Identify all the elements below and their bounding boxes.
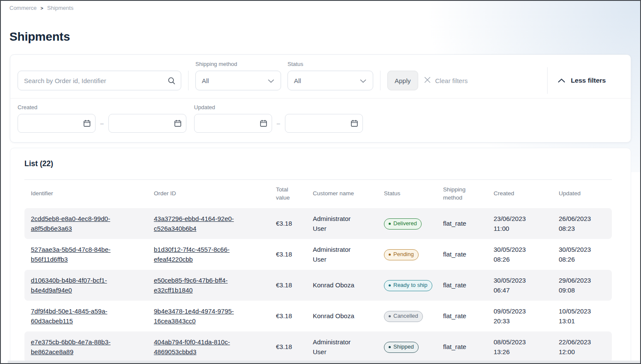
- customer-name-cell: Administrator User: [313, 337, 365, 357]
- chevron-up-icon: [558, 77, 565, 84]
- date-range-separator: –: [277, 120, 280, 127]
- table-row: 2cdd5eb8-e8a0-4ec8-99d0-a8f5db6e3a63 43a…: [24, 208, 612, 239]
- page-title: Shipments: [9, 30, 640, 44]
- created-date-group: Created –: [18, 104, 186, 133]
- updated-cell: 10/05/2023 13:01: [559, 306, 603, 326]
- divider: [547, 67, 548, 94]
- created-from-field: [18, 114, 96, 133]
- order-id-link[interactable]: 404ab794-f0f0-41da-810c-4869053cbbd3: [154, 337, 243, 357]
- calendar-icon[interactable]: [260, 119, 267, 129]
- order-id-link[interactable]: e50ceb85-f9c6-47b6-bff4-e32cff1b1840: [154, 275, 243, 295]
- column-header-order-id: Order ID: [154, 190, 276, 198]
- column-header-shipping-method: Shipping method: [443, 186, 471, 202]
- column-header-updated: Updated: [559, 190, 613, 198]
- updated-cell: 26/06/2023 08:23: [559, 214, 603, 234]
- shipping-method-field: Shipping method All: [195, 61, 281, 90]
- shipments-table: Identifier Order ID Total value Customer…: [24, 179, 612, 362]
- created-cell: 08/05/2023 13:26: [494, 337, 538, 357]
- updated-cell: 22/06/2023 12:00: [559, 337, 603, 357]
- apply-button[interactable]: Apply: [387, 71, 418, 90]
- status-label: Pending: [393, 251, 414, 257]
- breadcrumb: Commerce > Shipments: [1, 1, 640, 11]
- status-badge: Pending: [384, 249, 419, 260]
- column-header-customer-name: Customer name: [313, 190, 384, 198]
- column-header-status: Status: [384, 190, 443, 198]
- shipping-method-value: All: [202, 77, 209, 84]
- shipping-method-cell: flat_rate: [443, 312, 466, 319]
- divider: [188, 71, 189, 90]
- order-id-link[interactable]: b1d30f12-7f4c-4557-8c66-efeaf4220cbb: [154, 245, 243, 265]
- table-header: Identifier Order ID Total value Customer…: [24, 179, 612, 208]
- created-cell: 09/05/2023 20:33: [494, 306, 538, 326]
- shipping-method-cell: flat_rate: [443, 220, 466, 227]
- status-badge: Cancelled: [384, 311, 423, 322]
- shipments-page: Commerce > Shipments Shipments Shipping …: [0, 0, 641, 364]
- status-value: All: [294, 77, 301, 84]
- chevron-down-icon: [360, 77, 366, 84]
- updated-label: Updated: [194, 104, 363, 110]
- calendar-icon[interactable]: [83, 119, 91, 129]
- calendar-icon[interactable]: [174, 119, 182, 129]
- status-label: Status: [288, 61, 373, 67]
- identifier-link[interactable]: e7e375cb-6b0b-4e7a-88b3-be862ace8a89: [31, 337, 120, 357]
- created-label: Created: [18, 104, 186, 110]
- table-row: d106340b-b4b8-4f07-bcf1-b4e4d9af94e0 e50…: [24, 270, 612, 301]
- search-input[interactable]: [18, 71, 181, 90]
- total-value-cell: €3.18: [276, 312, 292, 319]
- table-body: 2cdd5eb8-e8a0-4ec8-99d0-a8f5db6e3a63 43a…: [24, 208, 612, 362]
- updated-date-group: Updated –: [194, 104, 363, 133]
- status-dot-icon: [389, 284, 391, 286]
- status-badge: Delivered: [384, 218, 422, 229]
- clear-filters-label: Clear filters: [435, 77, 468, 84]
- status-field: Status All: [288, 61, 373, 90]
- created-cell: 30/05/2023 06:47: [494, 275, 538, 295]
- total-value-cell: €3.18: [276, 220, 292, 227]
- column-header-created: Created: [494, 190, 559, 198]
- shipping-method-cell: flat_rate: [443, 281, 466, 289]
- identifier-link[interactable]: 7df9f4bd-50e1-4845-a59a-60d3acbeb115: [31, 306, 120, 326]
- less-filters-toggle[interactable]: Less filters: [558, 71, 606, 90]
- identifier-link[interactable]: 2cdd5eb8-e8a0-4ec8-99d0-a8f5db6e3a63: [31, 214, 120, 234]
- filters-row-main: Shipping method All Status All: [10, 55, 631, 98]
- status-dot-icon: [389, 315, 391, 317]
- chevron-down-icon: [268, 77, 274, 84]
- status-dot-icon: [389, 346, 391, 348]
- created-to-field: [108, 114, 186, 133]
- updated-cell: 30/05/2023 08:26: [559, 245, 603, 265]
- status-dot-icon: [389, 223, 391, 225]
- shipping-method-cell: flat_rate: [443, 251, 466, 258]
- list-title: List (22): [24, 159, 612, 168]
- status-badge: Shipped: [384, 342, 419, 352]
- updated-cell: 29/06/2023 09:08: [559, 275, 603, 295]
- status-label: Shipped: [393, 344, 414, 350]
- clear-filters-button[interactable]: Clear filters: [424, 71, 468, 90]
- total-value-cell: €3.18: [276, 343, 292, 350]
- identifier-link[interactable]: 527aae3a-5b5d-47c8-84be-b56f11d6ffb3: [31, 245, 120, 265]
- breadcrumb-shipments[interactable]: Shipments: [47, 5, 73, 11]
- column-header-total-value: Total value: [276, 186, 297, 202]
- status-select[interactable]: All: [288, 71, 373, 90]
- filters-row-dates: Created –: [10, 98, 631, 142]
- order-id-link[interactable]: 9b4e3478-1e4d-4974-9795-16cea3843cc0: [154, 306, 243, 326]
- created-cell: 23/06/2023 11:00: [494, 214, 538, 234]
- created-cell: 30/05/2023 08:26: [494, 245, 538, 265]
- customer-name-cell: Konrad Oboza: [313, 311, 354, 321]
- customer-name-cell: Administrator User: [313, 245, 365, 265]
- date-range-separator: –: [100, 120, 104, 127]
- shipping-method-select[interactable]: All: [195, 71, 281, 90]
- customer-name-cell: Konrad Oboza: [313, 280, 354, 290]
- column-header-identifier: Identifier: [31, 190, 154, 198]
- identifier-link[interactable]: d106340b-b4b8-4f07-bcf1-b4e4d9af94e0: [31, 275, 120, 295]
- table-row: 7df9f4bd-50e1-4845-a59a-60d3acbeb115 9b4…: [24, 301, 612, 331]
- order-id-link[interactable]: 43a37296-ebbd-4164-92e0-c526a340b6b4: [154, 214, 243, 234]
- status-label: Delivered: [393, 221, 417, 227]
- shipping-method-cell: flat_rate: [443, 343, 466, 350]
- search-box: [18, 71, 181, 90]
- table-row: 527aae3a-5b5d-47c8-84be-b56f11d6ffb3 b1d…: [24, 239, 612, 270]
- breadcrumb-commerce[interactable]: Commerce: [9, 5, 37, 11]
- status-label: Cancelled: [393, 313, 418, 319]
- list-panel: List (22) Identifier Order ID Total valu…: [10, 148, 631, 364]
- calendar-icon[interactable]: [350, 119, 358, 129]
- customer-name-cell: Administrator User: [313, 214, 365, 234]
- total-value-cell: €3.18: [276, 281, 292, 289]
